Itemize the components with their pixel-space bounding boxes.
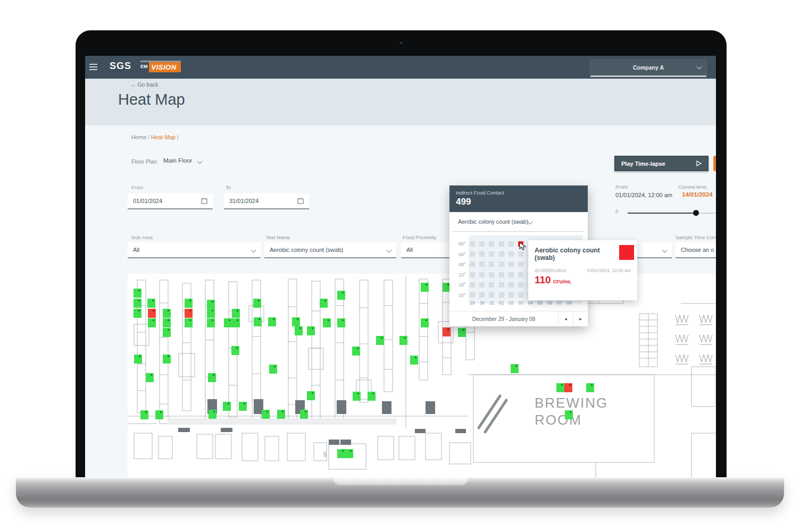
sample-marker-green[interactable] xyxy=(368,392,376,401)
heatmap-cell[interactable] xyxy=(489,272,494,277)
heatmap-cell[interactable] xyxy=(489,241,494,247)
sample-marker-green[interactable] xyxy=(254,317,262,326)
breadcrumb-home[interactable]: Home xyxy=(131,134,146,140)
heatmap-cell[interactable] xyxy=(470,272,475,277)
heatmap-cell[interactable] xyxy=(499,241,504,247)
sample-marker-green[interactable] xyxy=(163,318,171,327)
sample-marker-green[interactable] xyxy=(295,326,303,335)
heatmap-cell[interactable] xyxy=(479,251,485,257)
sample-marker-green[interactable] xyxy=(224,318,232,327)
heatmap-cell[interactable] xyxy=(509,251,514,257)
sample-marker-green[interactable] xyxy=(147,299,155,308)
heatmap-cell[interactable] xyxy=(470,241,475,247)
sample-marker-green[interactable] xyxy=(376,336,384,345)
heatmap-cell[interactable] xyxy=(479,241,485,247)
sample-time-dropdown[interactable]: Choose an o xyxy=(676,242,716,258)
sample-marker-green[interactable] xyxy=(320,299,328,308)
sample-marker-green[interactable] xyxy=(556,383,564,392)
heatmap-cell[interactable] xyxy=(499,292,504,298)
sample-marker-green[interactable] xyxy=(307,326,315,335)
to-date-input[interactable]: 31/01/2024 xyxy=(224,193,309,209)
sample-marker-green[interactable] xyxy=(231,346,239,355)
timeline-slider-track[interactable] xyxy=(628,213,698,214)
sample-marker-green[interactable] xyxy=(421,318,429,327)
heatmap-cell[interactable] xyxy=(470,251,475,257)
breadcrumb-current[interactable]: Heat-Map / xyxy=(151,134,179,140)
sample-marker-green[interactable] xyxy=(207,300,215,309)
heatmap-cell[interactable] xyxy=(518,251,523,257)
from-date-input[interactable]: 01/01/2024 xyxy=(128,193,213,209)
heatmap-cell[interactable] xyxy=(499,272,504,277)
sample-marker-green[interactable] xyxy=(209,410,216,419)
sample-marker-green[interactable] xyxy=(148,318,156,327)
heatmap-cell[interactable] xyxy=(489,292,494,298)
sample-marker-green[interactable] xyxy=(232,309,240,318)
go-back-link[interactable]: ← Go back xyxy=(130,81,159,88)
sample-marker-green[interactable] xyxy=(223,402,231,411)
heatmap-cell[interactable] xyxy=(489,282,494,288)
sample-marker-green[interactable] xyxy=(277,410,285,419)
sample-marker-green[interactable] xyxy=(337,449,345,458)
heatmap-cell[interactable] xyxy=(470,261,475,267)
sample-marker-green[interactable] xyxy=(399,336,407,345)
sample-marker-green[interactable] xyxy=(337,291,345,300)
heatmap-cell[interactable] xyxy=(470,292,475,298)
sample-marker-green[interactable] xyxy=(185,299,193,308)
sample-marker-green[interactable] xyxy=(511,364,519,373)
hamburger-menu-icon[interactable] xyxy=(89,64,97,70)
sample-marker-green[interactable] xyxy=(155,410,163,419)
sample-marker-green[interactable] xyxy=(134,309,141,318)
popup-test-dropdown[interactable]: Aerobic colony count (swab) xyxy=(453,212,585,232)
heatmap-cell[interactable] xyxy=(509,261,514,267)
sample-marker-green[interactable] xyxy=(140,410,148,419)
timeline-slider-track-rest[interactable] xyxy=(698,213,716,214)
sample-marker-green[interactable] xyxy=(146,373,154,382)
heatmap-cell[interactable] xyxy=(499,251,504,257)
heatmap-cell[interactable] xyxy=(509,282,514,288)
heatmap-cell[interactable] xyxy=(479,261,485,267)
sample-marker-green[interactable] xyxy=(163,309,171,318)
heatmap-cell[interactable] xyxy=(509,241,514,247)
heatmap-cell[interactable] xyxy=(479,292,485,298)
timeline-slider-thumb[interactable] xyxy=(693,210,699,216)
timelapse-secondary-button[interactable] xyxy=(713,156,716,171)
sample-marker-green[interactable] xyxy=(300,410,308,419)
heatmap-cell[interactable] xyxy=(518,282,523,288)
sub-area-dropdown[interactable]: All xyxy=(128,242,261,258)
heatmap-cell[interactable] xyxy=(518,272,523,277)
sample-marker-green[interactable] xyxy=(163,328,171,337)
play-timelapse-button[interactable]: Play Time-lapse xyxy=(614,156,709,171)
sample-marker-green[interactable] xyxy=(352,347,360,356)
heatmap-cell[interactable] xyxy=(518,292,523,298)
heatmap-cell[interactable] xyxy=(479,282,485,288)
sample-marker-green[interactable] xyxy=(232,318,240,327)
sample-marker-green[interactable] xyxy=(134,299,141,308)
floor-plan-dropdown[interactable]: Main Floor xyxy=(163,157,192,164)
sample-marker-green[interactable] xyxy=(410,356,418,365)
heatmap-cell[interactable] xyxy=(479,272,485,277)
prev-week-button[interactable]: ◄ xyxy=(558,311,573,327)
sample-marker-green[interactable] xyxy=(262,410,270,419)
sample-marker-green[interactable] xyxy=(207,309,215,318)
sample-marker-green[interactable] xyxy=(353,392,361,401)
sample-marker-green[interactable] xyxy=(185,318,193,327)
company-selector[interactable]: Company A xyxy=(589,59,707,75)
sample-marker-green[interactable] xyxy=(269,365,277,374)
sample-marker-green[interactable] xyxy=(292,317,300,326)
sample-marker-green[interactable] xyxy=(208,373,216,382)
heatmap-cell[interactable] xyxy=(518,261,523,267)
heatmap-cell[interactable] xyxy=(509,272,514,277)
sample-marker-green[interactable] xyxy=(323,318,331,327)
sample-marker-green[interactable] xyxy=(134,289,141,298)
heatmap-cell[interactable] xyxy=(489,251,494,257)
heatmap-cell[interactable] xyxy=(509,292,514,298)
sample-marker-green[interactable] xyxy=(253,299,261,308)
sample-marker-green[interactable] xyxy=(586,383,594,392)
heatmap-cell[interactable] xyxy=(489,261,494,267)
sample-marker-red[interactable] xyxy=(185,309,193,318)
sample-marker-green[interactable] xyxy=(134,354,142,364)
sample-marker-green[interactable] xyxy=(458,328,466,337)
sample-marker-red[interactable] xyxy=(443,327,451,336)
sample-marker-red[interactable] xyxy=(148,309,156,318)
sample-marker-green[interactable] xyxy=(307,391,315,400)
